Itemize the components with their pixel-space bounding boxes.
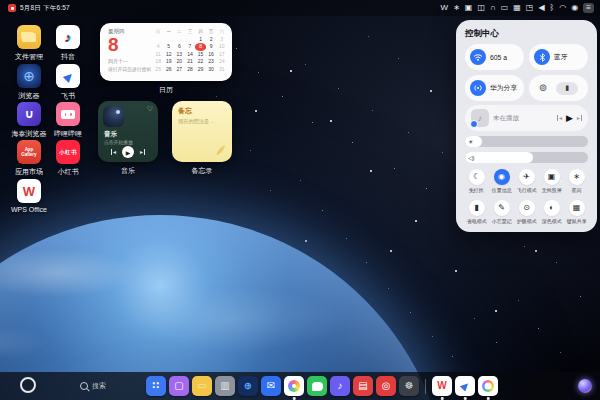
calendar-widget[interactable]: 星期四 8 四月十一 请打开日历进行授权 日一二三四五六123456789101… xyxy=(100,23,232,81)
play-button[interactable]: ▶ xyxy=(122,146,134,158)
window-icon[interactable]: ▭ xyxy=(501,4,509,12)
books-icon: ▤ xyxy=(353,376,373,396)
dock-wps-office[interactable]: W xyxy=(432,376,452,396)
calendar-grid: 日一二三四五六123456789101112131415161718192021… xyxy=(153,28,227,74)
calendar-weekday-header: 四 xyxy=(195,28,206,36)
nearlink-icon: ∗ xyxy=(573,173,580,181)
dock-app-gallery[interactable]: ◎ xyxy=(376,376,396,396)
dock-trash[interactable]: ▥ xyxy=(215,376,235,396)
dock-app-center[interactable]: ∷ xyxy=(146,376,166,396)
toggle-ai-notes[interactable]: ✎小艺慧记 xyxy=(490,200,513,225)
huawei-browser-icon xyxy=(478,376,498,396)
huawei-share-tile[interactable]: 华为分享 xyxy=(465,75,524,101)
dock-messages[interactable] xyxy=(307,376,327,396)
calendar-weekday-header: 二 xyxy=(174,28,185,36)
bluetooth-tile[interactable]: 蓝牙 xyxy=(529,44,588,70)
calendar-day-cell: 20 xyxy=(174,58,185,66)
calendar-day-cell: 24 xyxy=(216,58,227,66)
media-player-tile[interactable]: ♪ 未在播放 ◂ ▶ ▸ xyxy=(465,105,588,131)
screenshot-icon[interactable]: ▣ xyxy=(465,4,473,12)
dock-music[interactable]: ♪ xyxy=(330,376,350,396)
bluetooth-icon xyxy=(534,49,550,65)
volume-icon[interactable]: ◀ xyxy=(538,4,544,12)
volume-slider[interactable]: ◁) xyxy=(465,152,588,163)
toggle-nearlink[interactable]: ∗星闪 xyxy=(565,169,588,194)
toggle-airplane-mode[interactable]: ✈飞行模式 xyxy=(515,169,538,194)
assistant-icon[interactable]: ∗ xyxy=(453,4,460,12)
calendar-day-cell: 9 xyxy=(206,43,217,51)
music-widget[interactable]: ♡ 音乐 点击开始播放 ◂ ▶ ▸ xyxy=(98,101,158,162)
dock-browser[interactable]: ⊕ xyxy=(238,376,258,396)
desktop-app-file-manager[interactable]: 文件管理 xyxy=(17,25,41,62)
phone-battery-indicator[interactable]: ▮ xyxy=(556,82,578,95)
home-button[interactable] xyxy=(20,377,36,393)
pip-icon[interactable]: ◳ xyxy=(526,4,534,12)
bluetooth-icon[interactable]: ᛒ xyxy=(550,4,555,12)
media-play-button[interactable]: ▶ xyxy=(566,114,573,123)
wifi-network-name: 605 a xyxy=(490,54,507,61)
menubar-app-icon[interactable] xyxy=(8,4,16,12)
gallery-icon xyxy=(284,376,304,396)
toggles-row2: ▮省电模式✎小艺慧记⊙护眼模式◐深色模式▦键鼠共享 xyxy=(465,200,588,225)
settings-icon: ☸ xyxy=(399,376,419,396)
desktop-app-haitai-browser[interactable]: ∪ 海泰浏览器 xyxy=(17,102,41,139)
toggle-label: 深色模式 xyxy=(542,218,562,224)
desktop-app-wps-office[interactable]: W WPS Office xyxy=(17,179,41,213)
dock-feishu[interactable]: ▶ xyxy=(455,376,475,396)
dock-search[interactable]: 搜索 xyxy=(80,381,106,391)
desktop-app-xiaohongshu[interactable]: 小红书 小红书 xyxy=(56,140,80,177)
toggle-keyboard-mouse-share[interactable]: ▦键鼠共享 xyxy=(565,200,588,225)
calendar-day-cell: 19 xyxy=(163,58,174,66)
wps-icon[interactable]: W xyxy=(441,4,449,12)
app-label: 哔哩哔哩 xyxy=(42,129,94,139)
brightness-fill: ☀ xyxy=(465,136,482,147)
toggle-wireless-cast[interactable]: ▣无线投屏 xyxy=(540,169,563,194)
toggle-dark-mode[interactable]: ◐深色模式 xyxy=(540,200,563,225)
desktop-app-browser[interactable]: ⊕ 浏览器 xyxy=(17,64,41,101)
control-center-icon[interactable]: ≡ xyxy=(583,3,594,13)
dock-file-manager[interactable]: ▭ xyxy=(192,376,212,396)
brightness-slider[interactable]: ☀ xyxy=(465,136,588,147)
dock-gallery[interactable] xyxy=(284,376,304,396)
notes-widget[interactable]: 备忘 现在的想法是 ... xyxy=(172,101,232,162)
dock-desktop-widgets[interactable]: ▢ xyxy=(169,376,189,396)
desktop-screen: 5月8日 下午6:57 W∗▣◫∩▭▦◳◀ᛒ◠◉≡ 文件管理 ♪ 抖音 ⊕ 浏览… xyxy=(0,0,600,400)
browser-icon: ⊕ xyxy=(238,376,258,396)
dock-settings[interactable]: ☸ xyxy=(399,376,419,396)
menubar-datetime[interactable]: 5月8日 下午6:57 xyxy=(20,4,70,13)
toggle-label: 小艺慧记 xyxy=(492,218,512,224)
desktop-app-douyin[interactable]: ♪ 抖音 xyxy=(56,25,80,62)
toggle-label: 免打扰 xyxy=(469,187,484,193)
toggle-do-not-disturb[interactable]: ☾免打扰 xyxy=(465,169,488,194)
favorite-heart-icon[interactable]: ♡ xyxy=(147,105,153,113)
calendar-day-cell: 8 xyxy=(195,43,206,51)
search-label: 搜索 xyxy=(92,381,106,391)
music-widget-title: 音乐 xyxy=(104,130,117,139)
media-next-button[interactable]: ▸ xyxy=(577,115,582,121)
keyboard-icon[interactable]: ▦ xyxy=(513,4,521,12)
dock-huawei-browser[interactable] xyxy=(478,376,498,396)
toggle-power-saving[interactable]: ▮省电模式 xyxy=(465,200,488,225)
wifi-tile[interactable]: 605 a xyxy=(465,44,524,70)
assistant-orb-icon[interactable] xyxy=(578,379,592,393)
next-track-button[interactable]: ▸ xyxy=(140,149,145,155)
toggle-location[interactable]: ◉位置信息 xyxy=(490,169,513,194)
desktop-app-feishu[interactable]: ▶ 飞书 xyxy=(56,64,80,101)
screen-record-icon[interactable]: ◫ xyxy=(477,4,485,12)
device-settings-icon[interactable]: ⊚ xyxy=(539,83,547,93)
xiaohongshu-icon: 小红书 xyxy=(56,140,80,164)
media-previous-button[interactable]: ◂ xyxy=(557,115,562,121)
wifi-icon[interactable]: ◠ xyxy=(559,4,566,12)
headset-icon[interactable]: ∩ xyxy=(490,4,496,12)
dock-books[interactable]: ▤ xyxy=(353,376,373,396)
toggle-eye-comfort[interactable]: ⊙护眼模式 xyxy=(515,200,538,225)
previous-track-button[interactable]: ◂ xyxy=(111,149,116,155)
eye-comfort-icon[interactable]: ◉ xyxy=(571,4,578,12)
desktop-app-bilibili[interactable]: 哔哩哔哩 xyxy=(56,102,80,139)
desktop-app-app-market[interactable]: App Gallery 应用市场 xyxy=(17,140,41,177)
dock-email[interactable]: ✉ xyxy=(261,376,281,396)
calendar-day-cell: 17 xyxy=(216,51,227,59)
device-tile[interactable]: ⊚ ▮ xyxy=(529,75,588,101)
calendar-day-cell: 1 xyxy=(195,36,206,44)
calendar-day-number: 8 xyxy=(108,35,156,55)
